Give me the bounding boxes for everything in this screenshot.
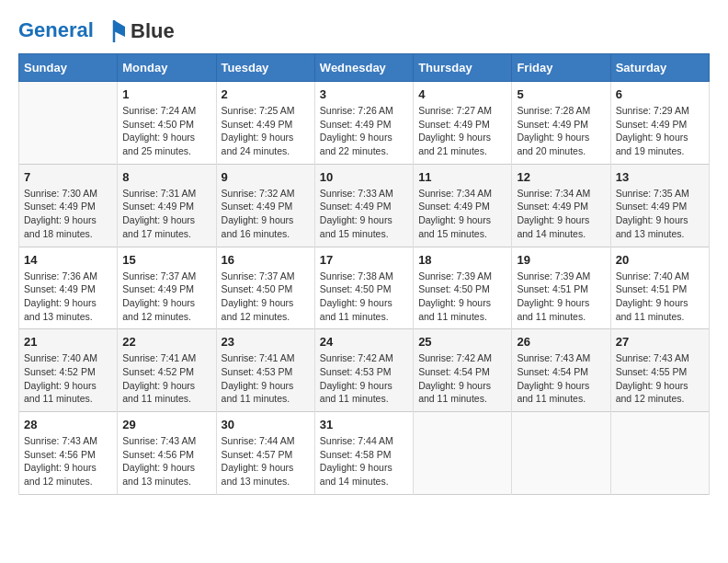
- calendar-cell: 17 Sunrise: 7:38 AMSunset: 4:50 PMDaylig…: [314, 247, 413, 329]
- day-info: Sunrise: 7:24 AMSunset: 4:50 PMDaylight:…: [122, 104, 210, 158]
- day-number: 1: [122, 87, 210, 101]
- day-number: 15: [122, 253, 210, 267]
- day-number: 20: [616, 253, 704, 267]
- calendar-cell: 24 Sunrise: 7:42 AMSunset: 4:53 PMDaylig…: [314, 329, 413, 412]
- calendar-cell: 10 Sunrise: 7:33 AMSunset: 4:49 PMDaylig…: [314, 164, 413, 247]
- logo-general: General: [18, 18, 94, 41]
- calendar-cell: 16 Sunrise: 7:37 AMSunset: 4:50 PMDaylig…: [216, 247, 314, 329]
- day-info: Sunrise: 7:39 AMSunset: 4:50 PMDaylight:…: [418, 270, 506, 324]
- day-number: 18: [418, 253, 506, 267]
- day-number: 27: [616, 335, 704, 349]
- calendar-cell: 20 Sunrise: 7:40 AMSunset: 4:51 PMDaylig…: [610, 247, 709, 329]
- weekday-header-monday: Monday: [118, 54, 216, 82]
- calendar-cell: 13 Sunrise: 7:35 AMSunset: 4:49 PMDaylig…: [610, 164, 709, 247]
- weekday-header-tuesday: Tuesday: [216, 54, 314, 82]
- day-number: 30: [222, 418, 310, 431]
- day-info: Sunrise: 7:37 AMSunset: 4:50 PMDaylight:…: [222, 270, 310, 324]
- calendar-week-row: 21 Sunrise: 7:40 AMSunset: 4:52 PMDaylig…: [19, 329, 710, 412]
- day-info: Sunrise: 7:44 AMSunset: 4:58 PMDaylight:…: [320, 434, 408, 488]
- calendar-week-row: 28 Sunrise: 7:43 AMSunset: 4:56 PMDaylig…: [19, 412, 710, 495]
- calendar-cell: 4 Sunrise: 7:27 AMSunset: 4:49 PMDayligh…: [414, 82, 512, 165]
- calendar-cell: 18 Sunrise: 7:39 AMSunset: 4:50 PMDaylig…: [414, 247, 512, 329]
- calendar-cell: 23 Sunrise: 7:41 AMSunset: 4:53 PMDaylig…: [216, 329, 314, 412]
- day-info: Sunrise: 7:32 AMSunset: 4:49 PMDaylight:…: [222, 187, 310, 241]
- day-info: Sunrise: 7:38 AMSunset: 4:50 PMDaylight:…: [320, 270, 408, 324]
- day-number: 7: [24, 170, 112, 184]
- day-info: Sunrise: 7:41 AMSunset: 4:53 PMDaylight:…: [222, 351, 310, 406]
- calendar-cell: 19 Sunrise: 7:39 AMSunset: 4:51 PMDaylig…: [512, 247, 610, 329]
- day-number: 26: [517, 335, 605, 349]
- day-info: Sunrise: 7:30 AMSunset: 4:49 PMDaylight:…: [24, 187, 112, 241]
- calendar-cell: 3 Sunrise: 7:26 AMSunset: 4:49 PMDayligh…: [314, 82, 413, 165]
- day-info: Sunrise: 7:40 AMSunset: 4:51 PMDaylight:…: [616, 270, 704, 324]
- calendar-cell: 29 Sunrise: 7:43 AMSunset: 4:56 PMDaylig…: [118, 412, 216, 495]
- calendar-week-row: 14 Sunrise: 7:36 AMSunset: 4:49 PMDaylig…: [19, 247, 710, 329]
- calendar-cell: 2 Sunrise: 7:25 AMSunset: 4:49 PMDayligh…: [216, 82, 314, 165]
- weekday-header-wednesday: Wednesday: [314, 54, 413, 82]
- day-info: Sunrise: 7:33 AMSunset: 4:49 PMDaylight:…: [320, 187, 408, 241]
- day-number: 22: [122, 335, 210, 349]
- day-number: 2: [222, 87, 310, 101]
- calendar-cell: [19, 82, 118, 165]
- day-info: Sunrise: 7:39 AMSunset: 4:51 PMDaylight:…: [517, 270, 605, 324]
- calendar-cell: 30 Sunrise: 7:44 AMSunset: 4:57 PMDaylig…: [216, 412, 314, 495]
- svg-marker-0: [114, 20, 125, 37]
- calendar-cell: 14 Sunrise: 7:36 AMSunset: 4:49 PMDaylig…: [19, 247, 118, 329]
- day-number: 9: [222, 170, 310, 184]
- day-number: 25: [418, 335, 506, 349]
- day-info: Sunrise: 7:43 AMSunset: 4:56 PMDaylight:…: [122, 434, 210, 488]
- day-number: 21: [24, 335, 112, 349]
- calendar-cell: 22 Sunrise: 7:41 AMSunset: 4:52 PMDaylig…: [118, 329, 216, 412]
- day-info: Sunrise: 7:25 AMSunset: 4:49 PMDaylight:…: [222, 104, 310, 158]
- calendar-cell: 12 Sunrise: 7:34 AMSunset: 4:49 PMDaylig…: [512, 164, 610, 247]
- calendar-cell: 9 Sunrise: 7:32 AMSunset: 4:49 PMDayligh…: [216, 164, 314, 247]
- weekday-header-friday: Friday: [512, 54, 610, 82]
- logo-flag-icon: [101, 18, 127, 44]
- day-number: 24: [320, 335, 408, 349]
- calendar-cell: 25 Sunrise: 7:42 AMSunset: 4:54 PMDaylig…: [414, 329, 512, 412]
- day-number: 3: [320, 87, 408, 101]
- calendar-cell: 15 Sunrise: 7:37 AMSunset: 4:49 PMDaylig…: [118, 247, 216, 329]
- day-number: 23: [222, 335, 310, 349]
- day-info: Sunrise: 7:29 AMSunset: 4:49 PMDaylight:…: [616, 104, 704, 158]
- day-number: 8: [122, 170, 210, 184]
- calendar-cell: 11 Sunrise: 7:34 AMSunset: 4:49 PMDaylig…: [414, 164, 512, 247]
- calendar-header-row: SundayMondayTuesdayWednesdayThursdayFrid…: [19, 54, 710, 82]
- calendar-cell: 21 Sunrise: 7:40 AMSunset: 4:52 PMDaylig…: [19, 329, 118, 412]
- day-number: 28: [24, 418, 112, 431]
- day-number: 17: [320, 253, 408, 267]
- day-number: 4: [418, 87, 506, 101]
- calendar-cell: [512, 412, 610, 495]
- day-info: Sunrise: 7:42 AMSunset: 4:53 PMDaylight:…: [320, 351, 408, 406]
- day-number: 6: [616, 87, 704, 101]
- day-info: Sunrise: 7:31 AMSunset: 4:49 PMDaylight:…: [122, 187, 210, 241]
- day-info: Sunrise: 7:44 AMSunset: 4:57 PMDaylight:…: [222, 434, 310, 488]
- logo: General Blue: [18, 18, 175, 44]
- day-info: Sunrise: 7:43 AMSunset: 4:54 PMDaylight:…: [517, 351, 605, 406]
- calendar-cell: 28 Sunrise: 7:43 AMSunset: 4:56 PMDaylig…: [19, 412, 118, 495]
- day-number: 31: [320, 418, 408, 431]
- day-info: Sunrise: 7:34 AMSunset: 4:49 PMDaylight:…: [517, 187, 605, 241]
- day-info: Sunrise: 7:43 AMSunset: 4:56 PMDaylight:…: [24, 434, 112, 488]
- weekday-header-thursday: Thursday: [414, 54, 512, 82]
- day-info: Sunrise: 7:42 AMSunset: 4:54 PMDaylight:…: [418, 351, 506, 406]
- day-info: Sunrise: 7:26 AMSunset: 4:49 PMDaylight:…: [320, 104, 408, 158]
- calendar-cell: 7 Sunrise: 7:30 AMSunset: 4:49 PMDayligh…: [19, 164, 118, 247]
- calendar-cell: 27 Sunrise: 7:43 AMSunset: 4:55 PMDaylig…: [610, 329, 709, 412]
- day-number: 5: [517, 87, 605, 101]
- day-info: Sunrise: 7:43 AMSunset: 4:55 PMDaylight:…: [616, 351, 704, 406]
- day-info: Sunrise: 7:36 AMSunset: 4:49 PMDaylight:…: [24, 270, 112, 324]
- day-number: 14: [24, 253, 112, 267]
- logo-blue: Blue: [131, 19, 175, 42]
- day-info: Sunrise: 7:37 AMSunset: 4:49 PMDaylight:…: [122, 270, 210, 324]
- day-info: Sunrise: 7:28 AMSunset: 4:49 PMDaylight:…: [517, 104, 605, 158]
- calendar-cell: 1 Sunrise: 7:24 AMSunset: 4:50 PMDayligh…: [118, 82, 216, 165]
- day-info: Sunrise: 7:35 AMSunset: 4:49 PMDaylight:…: [616, 187, 704, 241]
- day-info: Sunrise: 7:40 AMSunset: 4:52 PMDaylight:…: [24, 351, 112, 406]
- day-info: Sunrise: 7:41 AMSunset: 4:52 PMDaylight:…: [122, 351, 210, 406]
- day-number: 11: [418, 170, 506, 184]
- weekday-header-sunday: Sunday: [19, 54, 118, 82]
- calendar-cell: 31 Sunrise: 7:44 AMSunset: 4:58 PMDaylig…: [314, 412, 413, 495]
- weekday-header-saturday: Saturday: [610, 54, 709, 82]
- day-number: 29: [122, 418, 210, 431]
